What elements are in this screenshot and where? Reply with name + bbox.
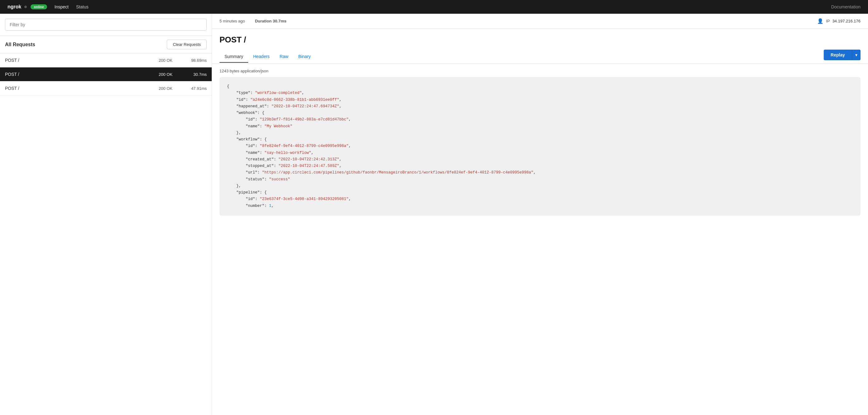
table-row[interactable]: POST / 200 OK 98.69ms (0, 53, 212, 67)
meta-time: 5 minutes ago (219, 19, 245, 23)
tab-headers[interactable]: Headers (248, 51, 275, 63)
req-duration: 47.91ms (185, 86, 207, 91)
tab-binary[interactable]: Binary (293, 51, 316, 63)
req-method: POST / (5, 86, 159, 91)
clear-requests-button[interactable]: Clear Requests (167, 40, 207, 49)
status-badge: online (31, 4, 47, 9)
meta-ip: 👤 IP 34.197.216.176 (817, 18, 861, 24)
filter-input[interactable] (5, 19, 207, 31)
req-method: POST / (5, 58, 159, 63)
nav-status[interactable]: Status (76, 4, 89, 9)
meta-duration: Duration 30.7ms (255, 19, 286, 23)
nav-inspect[interactable]: Inspect (55, 4, 69, 9)
req-duration: 98.69ms (185, 58, 207, 63)
nav-docs[interactable]: Documentation (831, 4, 861, 9)
requests-list: POST / 200 OK 98.69ms POST / 200 OK 30.7… (0, 53, 212, 415)
detail-title: POST / (219, 35, 861, 45)
tab-summary[interactable]: Summary (219, 51, 248, 63)
tabs-row: Summary Headers Raw Binary Replay ▾ (212, 50, 868, 64)
left-panel: All Requests Clear Requests POST / 200 O… (0, 14, 212, 415)
req-duration: 30.7ms (185, 72, 207, 77)
table-row[interactable]: POST / 200 OK 30.7ms (0, 67, 212, 82)
ip-label: IP (826, 19, 830, 23)
requests-title: All Requests (5, 42, 35, 48)
replay-button[interactable]: Replay (824, 50, 852, 60)
body-info: 1243 bytes application/json (219, 69, 861, 73)
ip-value: 34.197.216.176 (833, 19, 861, 23)
brand-name: ngrok (7, 4, 21, 10)
duration-label: Duration (255, 19, 272, 23)
user-icon: 👤 (817, 18, 824, 24)
req-status: 200 OK (159, 72, 177, 77)
right-panel: 5 minutes ago Duration 30.7ms 👤 IP 34.19… (212, 14, 868, 415)
detail-header: POST / (212, 29, 868, 50)
filter-bar (0, 14, 212, 36)
duration-value: 30.7ms (273, 19, 286, 23)
tab-raw[interactable]: Raw (275, 51, 293, 63)
json-code-block: { "type": "workflow-completed", "id": "a… (219, 77, 861, 216)
req-status: 200 OK (159, 58, 177, 63)
status-dot (24, 6, 27, 8)
topnav: ngrok online Inspect Status Documentatio… (0, 0, 868, 14)
requests-header: All Requests Clear Requests (0, 36, 212, 53)
table-row[interactable]: POST / 200 OK 47.91ms (0, 82, 212, 95)
main-container: All Requests Clear Requests POST / 200 O… (0, 14, 868, 415)
detail-body: 1243 bytes application/json { "type": "w… (212, 64, 868, 415)
detail-meta: 5 minutes ago Duration 30.7ms 👤 IP 34.19… (212, 14, 868, 29)
req-status: 200 OK (159, 86, 177, 91)
req-method: POST / (5, 72, 159, 77)
replay-dropdown-button[interactable]: ▾ (852, 50, 861, 60)
replay-button-group: Replay ▾ (824, 50, 861, 60)
